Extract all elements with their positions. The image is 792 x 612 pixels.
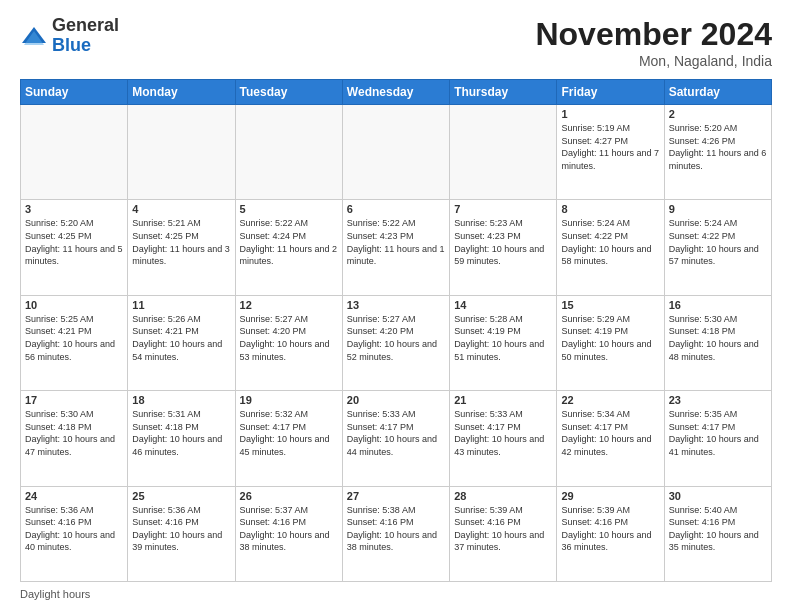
day-number: 26 — [240, 490, 338, 502]
day-info: Sunrise: 5:36 AM Sunset: 4:16 PM Dayligh… — [132, 504, 230, 554]
day-info: Sunrise: 5:36 AM Sunset: 4:16 PM Dayligh… — [25, 504, 123, 554]
col-friday: Friday — [557, 80, 664, 105]
day-number: 2 — [669, 108, 767, 120]
month-title: November 2024 — [535, 16, 772, 53]
calendar-week-4: 24Sunrise: 5:36 AM Sunset: 4:16 PM Dayli… — [21, 486, 772, 581]
day-info: Sunrise: 5:29 AM Sunset: 4:19 PM Dayligh… — [561, 313, 659, 363]
day-number: 25 — [132, 490, 230, 502]
table-row: 21Sunrise: 5:33 AM Sunset: 4:17 PM Dayli… — [450, 391, 557, 486]
day-number: 29 — [561, 490, 659, 502]
day-info: Sunrise: 5:20 AM Sunset: 4:25 PM Dayligh… — [25, 217, 123, 267]
table-row: 5Sunrise: 5:22 AM Sunset: 4:24 PM Daylig… — [235, 200, 342, 295]
day-info: Sunrise: 5:22 AM Sunset: 4:23 PM Dayligh… — [347, 217, 445, 267]
day-info: Sunrise: 5:39 AM Sunset: 4:16 PM Dayligh… — [561, 504, 659, 554]
table-row: 9Sunrise: 5:24 AM Sunset: 4:22 PM Daylig… — [664, 200, 771, 295]
footer-text: Daylight hours — [20, 588, 90, 600]
calendar-week-0: 1Sunrise: 5:19 AM Sunset: 4:27 PM Daylig… — [21, 105, 772, 200]
logo-general: General — [52, 16, 119, 36]
col-tuesday: Tuesday — [235, 80, 342, 105]
table-row: 30Sunrise: 5:40 AM Sunset: 4:16 PM Dayli… — [664, 486, 771, 581]
day-number: 12 — [240, 299, 338, 311]
table-row: 24Sunrise: 5:36 AM Sunset: 4:16 PM Dayli… — [21, 486, 128, 581]
table-row — [450, 105, 557, 200]
table-row: 12Sunrise: 5:27 AM Sunset: 4:20 PM Dayli… — [235, 295, 342, 390]
table-row: 28Sunrise: 5:39 AM Sunset: 4:16 PM Dayli… — [450, 486, 557, 581]
day-number: 28 — [454, 490, 552, 502]
table-row: 8Sunrise: 5:24 AM Sunset: 4:22 PM Daylig… — [557, 200, 664, 295]
logo-icon — [20, 23, 48, 51]
day-info: Sunrise: 5:21 AM Sunset: 4:25 PM Dayligh… — [132, 217, 230, 267]
day-info: Sunrise: 5:27 AM Sunset: 4:20 PM Dayligh… — [347, 313, 445, 363]
day-number: 8 — [561, 203, 659, 215]
table-row: 11Sunrise: 5:26 AM Sunset: 4:21 PM Dayli… — [128, 295, 235, 390]
header: General Blue November 2024 Mon, Nagaland… — [20, 16, 772, 69]
location-subtitle: Mon, Nagaland, India — [535, 53, 772, 69]
day-number: 27 — [347, 490, 445, 502]
day-number: 9 — [669, 203, 767, 215]
table-row — [128, 105, 235, 200]
day-number: 20 — [347, 394, 445, 406]
day-number: 7 — [454, 203, 552, 215]
day-info: Sunrise: 5:33 AM Sunset: 4:17 PM Dayligh… — [347, 408, 445, 458]
day-number: 15 — [561, 299, 659, 311]
day-info: Sunrise: 5:20 AM Sunset: 4:26 PM Dayligh… — [669, 122, 767, 172]
day-number: 6 — [347, 203, 445, 215]
day-number: 23 — [669, 394, 767, 406]
col-sunday: Sunday — [21, 80, 128, 105]
logo-text: General Blue — [52, 16, 119, 56]
day-number: 21 — [454, 394, 552, 406]
footer: Daylight hours — [20, 588, 772, 600]
day-info: Sunrise: 5:24 AM Sunset: 4:22 PM Dayligh… — [669, 217, 767, 267]
title-area: November 2024 Mon, Nagaland, India — [535, 16, 772, 69]
calendar: Sunday Monday Tuesday Wednesday Thursday… — [20, 79, 772, 582]
table-row: 13Sunrise: 5:27 AM Sunset: 4:20 PM Dayli… — [342, 295, 449, 390]
day-info: Sunrise: 5:19 AM Sunset: 4:27 PM Dayligh… — [561, 122, 659, 172]
day-number: 4 — [132, 203, 230, 215]
table-row: 3Sunrise: 5:20 AM Sunset: 4:25 PM Daylig… — [21, 200, 128, 295]
col-wednesday: Wednesday — [342, 80, 449, 105]
table-row: 6Sunrise: 5:22 AM Sunset: 4:23 PM Daylig… — [342, 200, 449, 295]
logo-blue: Blue — [52, 36, 119, 56]
table-row: 4Sunrise: 5:21 AM Sunset: 4:25 PM Daylig… — [128, 200, 235, 295]
table-row: 7Sunrise: 5:23 AM Sunset: 4:23 PM Daylig… — [450, 200, 557, 295]
day-number: 18 — [132, 394, 230, 406]
table-row: 19Sunrise: 5:32 AM Sunset: 4:17 PM Dayli… — [235, 391, 342, 486]
day-number: 10 — [25, 299, 123, 311]
day-info: Sunrise: 5:32 AM Sunset: 4:17 PM Dayligh… — [240, 408, 338, 458]
day-info: Sunrise: 5:40 AM Sunset: 4:16 PM Dayligh… — [669, 504, 767, 554]
col-saturday: Saturday — [664, 80, 771, 105]
day-info: Sunrise: 5:26 AM Sunset: 4:21 PM Dayligh… — [132, 313, 230, 363]
day-number: 17 — [25, 394, 123, 406]
table-row: 20Sunrise: 5:33 AM Sunset: 4:17 PM Dayli… — [342, 391, 449, 486]
day-info: Sunrise: 5:39 AM Sunset: 4:16 PM Dayligh… — [454, 504, 552, 554]
day-info: Sunrise: 5:35 AM Sunset: 4:17 PM Dayligh… — [669, 408, 767, 458]
day-info: Sunrise: 5:30 AM Sunset: 4:18 PM Dayligh… — [25, 408, 123, 458]
day-number: 5 — [240, 203, 338, 215]
day-number: 19 — [240, 394, 338, 406]
day-number: 22 — [561, 394, 659, 406]
calendar-week-3: 17Sunrise: 5:30 AM Sunset: 4:18 PM Dayli… — [21, 391, 772, 486]
day-info: Sunrise: 5:23 AM Sunset: 4:23 PM Dayligh… — [454, 217, 552, 267]
table-row — [21, 105, 128, 200]
day-info: Sunrise: 5:38 AM Sunset: 4:16 PM Dayligh… — [347, 504, 445, 554]
day-info: Sunrise: 5:27 AM Sunset: 4:20 PM Dayligh… — [240, 313, 338, 363]
calendar-week-1: 3Sunrise: 5:20 AM Sunset: 4:25 PM Daylig… — [21, 200, 772, 295]
logo: General Blue — [20, 16, 119, 56]
table-row: 16Sunrise: 5:30 AM Sunset: 4:18 PM Dayli… — [664, 295, 771, 390]
table-row: 22Sunrise: 5:34 AM Sunset: 4:17 PM Dayli… — [557, 391, 664, 486]
day-number: 11 — [132, 299, 230, 311]
table-row: 27Sunrise: 5:38 AM Sunset: 4:16 PM Dayli… — [342, 486, 449, 581]
table-row — [235, 105, 342, 200]
day-number: 14 — [454, 299, 552, 311]
day-number: 13 — [347, 299, 445, 311]
calendar-header-row: Sunday Monday Tuesday Wednesday Thursday… — [21, 80, 772, 105]
table-row: 2Sunrise: 5:20 AM Sunset: 4:26 PM Daylig… — [664, 105, 771, 200]
table-row: 10Sunrise: 5:25 AM Sunset: 4:21 PM Dayli… — [21, 295, 128, 390]
page: General Blue November 2024 Mon, Nagaland… — [0, 0, 792, 612]
day-info: Sunrise: 5:34 AM Sunset: 4:17 PM Dayligh… — [561, 408, 659, 458]
day-number: 1 — [561, 108, 659, 120]
table-row: 29Sunrise: 5:39 AM Sunset: 4:16 PM Dayli… — [557, 486, 664, 581]
col-thursday: Thursday — [450, 80, 557, 105]
table-row: 17Sunrise: 5:30 AM Sunset: 4:18 PM Dayli… — [21, 391, 128, 486]
col-monday: Monday — [128, 80, 235, 105]
